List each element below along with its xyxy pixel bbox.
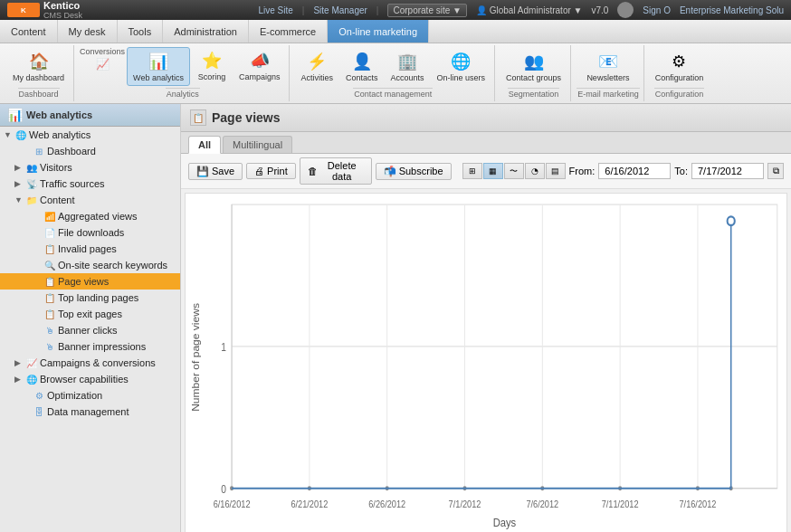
tree-item-invalid-pages[interactable]: 📋 Invalid pages xyxy=(0,241,180,257)
tree-item-banner-impressions[interactable]: 🖱 Banner impressions xyxy=(0,338,180,355)
tree-item-content[interactable]: ▼ 📁 Content xyxy=(0,192,180,208)
visitors-tree-icon: 👥 xyxy=(25,161,38,174)
expand-icon-browser: ▶ xyxy=(14,375,25,384)
view-icon-chart-pie[interactable]: ◔ xyxy=(525,163,545,179)
toolbar-btn-campaigns[interactable]: 📣 Campaigns xyxy=(233,47,286,84)
toolbar-btn-online-users[interactable]: 🌐 On-line users xyxy=(432,48,491,85)
toolbar-btn-activities[interactable]: ⚡ Activities xyxy=(295,48,338,85)
print-button[interactable]: 🖨 Print xyxy=(246,163,296,179)
subscribe-icon: 📬 xyxy=(384,166,396,177)
expand-icon-content: ▼ xyxy=(14,195,25,204)
view-icon-table[interactable]: ⊞ xyxy=(462,163,482,179)
nav-content[interactable]: Content xyxy=(0,20,58,43)
nav-administration[interactable]: Administration xyxy=(163,20,249,43)
expand-icon-visitors: ▶ xyxy=(14,163,25,172)
scoring-icon: ⭐ xyxy=(201,50,223,71)
sign-out-link[interactable]: Sign O xyxy=(643,5,671,15)
tree-label-file-downloads: File downloads xyxy=(58,227,124,238)
tab-all[interactable]: All xyxy=(188,136,221,154)
activities-btn-label: Activities xyxy=(300,73,333,82)
expand-icon-campaigns: ▶ xyxy=(14,358,25,367)
dashboard-icon: 🏠 xyxy=(28,51,50,72)
view-icon-chart-area[interactable]: ▤ xyxy=(546,163,566,179)
tree-item-top-exit[interactable]: 📋 Top exit pages xyxy=(0,306,180,322)
subscribe-label: Subscribe xyxy=(399,166,443,176)
optimization-icon: ⚙ xyxy=(33,389,45,402)
campaigns-conversions-icon: 📈 xyxy=(25,356,38,369)
tree-item-visitors[interactable]: ▶ 👥 Visitors xyxy=(0,159,180,176)
tabs-bar: All Multilingual xyxy=(181,132,791,154)
tree-item-data-management[interactable]: 🗄 Data management xyxy=(0,404,180,420)
toolbar-btn-configuration[interactable]: ⚙ Configuration xyxy=(650,48,710,85)
campaigns-btn-label: Campaigns xyxy=(239,72,281,81)
toolbar-btn-dashboard[interactable]: 🏠 My dashboard xyxy=(7,48,70,85)
tree-item-campaigns-conversions[interactable]: ▶ 📈 Campaigns & conversions xyxy=(0,355,180,371)
tree-label-content: Content xyxy=(40,195,75,205)
top-bar-left: K Kentico CMS Desk xyxy=(7,0,82,20)
tree-item-web-analytics[interactable]: ▼ 🌐 Web analytics xyxy=(0,127,180,143)
toolbar-btn-newsletters[interactable]: 📧 Newsletters xyxy=(581,48,634,85)
svg-text:7/1/2012: 7/1/2012 xyxy=(449,499,481,510)
tree-item-banner-clicks[interactable]: 🖱 Banner clicks xyxy=(0,322,180,338)
toolbar-btn-conversions[interactable]: 📈 xyxy=(93,57,112,71)
nav-tools[interactable]: Tools xyxy=(118,20,164,43)
date-copy-button[interactable]: ⧉ xyxy=(767,163,784,179)
nav-online-marketing[interactable]: On-line marketing xyxy=(328,20,429,43)
content-folder-icon: 📁 xyxy=(25,194,38,206)
date-to-input[interactable] xyxy=(691,163,764,179)
toolbar-btn-scoring[interactable]: ⭐ Scoring xyxy=(192,47,232,84)
live-site-link[interactable]: Live Site xyxy=(258,5,292,15)
delete-icon: 🗑 xyxy=(308,166,318,176)
save-label: Save xyxy=(212,166,234,176)
tree-label-browser-capabilities: Browser capabilities xyxy=(40,374,129,385)
tree-label-aggregated-views: Aggregated views xyxy=(58,211,137,222)
logo-icon: K xyxy=(21,6,26,14)
nav-mydesk[interactable]: My desk xyxy=(58,20,118,43)
toolbar-btn-contact-groups[interactable]: 👥 Contact groups xyxy=(500,48,567,85)
tree-label-web-analytics: Web analytics xyxy=(29,129,91,140)
tree-item-traffic-sources[interactable]: ▶ 📡 Traffic sources xyxy=(0,176,180,192)
contacts-icon: 👤 xyxy=(351,51,373,72)
logo-area: K Kentico CMS Desk xyxy=(7,0,82,20)
svg-text:6/21/2012: 6/21/2012 xyxy=(291,499,328,510)
tree-label-banner-impressions: Banner impressions xyxy=(58,341,146,352)
main-nav: Content My desk Tools Administration E-c… xyxy=(0,20,791,43)
tree-item-aggregated-views[interactable]: 📶 Aggregated views xyxy=(0,208,180,224)
dashboard-btn-label: My dashboard xyxy=(13,73,64,82)
print-label: Print xyxy=(267,166,288,176)
subscribe-button[interactable]: 📬 Subscribe xyxy=(376,163,452,180)
tree-item-optimization[interactable]: ⚙ Optimization xyxy=(0,387,180,404)
traffic-tree-icon: 📡 xyxy=(25,177,38,190)
tree-item-top-landing[interactable]: 📋 Top landing pages xyxy=(0,290,180,306)
tree-item-page-views[interactable]: 📋 Page views xyxy=(0,273,180,290)
site-manager-link[interactable]: Site Manager xyxy=(313,5,367,15)
tree-item-dashboard[interactable]: ⊞ Dashboard xyxy=(0,143,180,159)
toolbar-btn-accounts[interactable]: 🏢 Accounts xyxy=(386,48,430,85)
tree-item-file-downloads[interactable]: 📄 File downloads xyxy=(0,224,180,241)
date-to-label: To: xyxy=(674,166,688,176)
avatar xyxy=(617,2,634,18)
toolbar-btn-contacts[interactable]: 👤 Contacts xyxy=(340,48,384,85)
view-icon-chart-bar[interactable]: ▦ xyxy=(483,163,503,179)
left-panel-header: 📊 Web analytics xyxy=(0,104,180,127)
tree-label-top-exit: Top exit pages xyxy=(58,309,122,319)
search-keywords-icon: 🔍 xyxy=(43,259,56,271)
online-users-btn-label: On-line users xyxy=(437,73,486,82)
toolbar-group-analytics: Conversions 📈 📊 Web analytics ⭐ Scoring … xyxy=(76,45,290,101)
browser-capabilities-icon: 🌐 xyxy=(25,373,38,385)
delete-data-button[interactable]: 🗑 Delete data xyxy=(300,157,372,185)
tab-multilingual[interactable]: Multilingual xyxy=(223,136,292,153)
corp-site-button[interactable]: Corporate site ▼ xyxy=(387,4,466,17)
page-header: 📋 Page views xyxy=(181,104,791,132)
svg-text:7/11/2012: 7/11/2012 xyxy=(602,499,639,510)
svg-point-27 xyxy=(728,216,735,225)
toolbar-group-label-dashboard: Dashboard xyxy=(18,88,60,100)
nav-ecommerce[interactable]: E-commerce xyxy=(249,20,328,43)
tree-item-search-keywords[interactable]: 🔍 On-site search keywords xyxy=(0,257,180,273)
date-from-input[interactable] xyxy=(598,163,671,179)
save-button[interactable]: 💾 Save xyxy=(188,163,243,180)
tree-label-banner-clicks: Banner clicks xyxy=(58,325,117,336)
toolbar-btn-web-analytics[interactable]: 📊 Web analytics xyxy=(127,47,190,86)
tree-item-browser-capabilities[interactable]: ▶ 🌐 Browser capabilities xyxy=(0,371,180,387)
view-icon-chart-line[interactable]: 〜 xyxy=(504,163,524,179)
